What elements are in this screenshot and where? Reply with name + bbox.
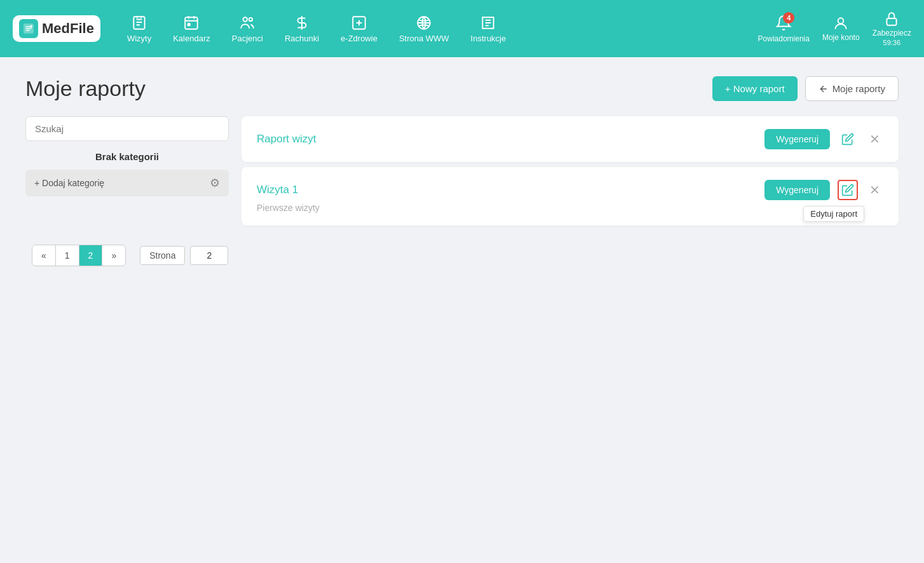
- delete-button-raport-wizyt[interactable]: ✕: [866, 130, 883, 148]
- svg-rect-3: [188, 24, 190, 25]
- svg-point-5: [249, 17, 252, 20]
- nav-item-pacjenci[interactable]: Pacjenci: [224, 11, 271, 46]
- notification-badge: 4: [783, 12, 794, 24]
- pagination-area: « 1 2 » Strona: [25, 245, 899, 266]
- nav-item-kalendarz[interactable]: Kalendarz: [165, 11, 218, 46]
- report-row: Wizyta 1 Wygeneruj Edytuj raport: [257, 180, 883, 200]
- page-label-input: Strona: [140, 246, 228, 265]
- category-label: Brak kategorii: [25, 151, 229, 162]
- logo[interactable]: MedFile: [13, 15, 100, 42]
- nav-items: Wizyty Kalendarz Pacjenci: [119, 11, 758, 46]
- report-card-raport-wizyt: Raport wizyt Wygeneruj ✕: [241, 116, 899, 162]
- logo-icon: [19, 19, 38, 38]
- page-number-input[interactable]: [190, 246, 228, 265]
- nav-item-powiadomienia[interactable]: 4 Powiadomienia: [758, 15, 810, 43]
- svg-rect-2: [186, 17, 198, 29]
- search-input[interactable]: [25, 116, 229, 141]
- navbar: MedFile Wizyty Kalendarz: [0, 0, 924, 57]
- nav-item-rachunki[interactable]: Rachunki: [277, 11, 327, 46]
- svg-rect-1: [133, 17, 144, 29]
- prev-page-button[interactable]: «: [32, 245, 56, 266]
- nav-item-ezdrowie[interactable]: e-Zdrowie: [333, 11, 385, 46]
- report-name[interactable]: Raport wizyt: [257, 133, 316, 146]
- edit-button-wizyta1[interactable]: [838, 180, 858, 200]
- page-2-button[interactable]: 2: [79, 245, 103, 266]
- edit-tooltip: Edytuj raport: [803, 206, 864, 222]
- nav-item-moje-konto[interactable]: Moje konto: [822, 15, 860, 42]
- nav-item-wizyty[interactable]: Wizyty: [119, 11, 159, 46]
- page-1-button[interactable]: 1: [56, 245, 79, 266]
- page-header: Moje raporty + Nowy raport Moje raporty: [25, 76, 899, 101]
- svg-rect-9: [887, 18, 897, 25]
- sidebar: Brak kategorii + Dodaj kategorię ⚙: [25, 116, 229, 226]
- reports-list: Raport wizyt Wygeneruj ✕ Wizyta 1: [241, 116, 899, 226]
- main-content: Moje raporty + Nowy raport Moje raporty …: [0, 57, 924, 285]
- page-nav: « 1 2 »: [32, 245, 126, 266]
- svg-point-8: [838, 18, 844, 24]
- report-actions: Wygeneruj ✕: [764, 129, 883, 149]
- nav-item-strona-www[interactable]: Strona WWW: [391, 11, 457, 46]
- add-category-button[interactable]: + Dodaj kategorię ⚙: [25, 170, 229, 196]
- edit-button-container: Edytuj raport: [838, 180, 858, 200]
- nav-item-instrukcje[interactable]: Instrukcje: [463, 11, 514, 46]
- gear-icon[interactable]: ⚙: [210, 176, 220, 190]
- report-card-wizyta-1: Wizyta 1 Wygeneruj Edytuj raport: [241, 167, 899, 226]
- generate-button-raport-wizyt[interactable]: Wygeneruj: [764, 129, 830, 149]
- delete-button-wizyta1[interactable]: ✕: [866, 181, 883, 199]
- report-actions-wizyta1: Wygeneruj Edytuj raport ✕: [764, 180, 883, 200]
- generate-button-wizyta1[interactable]: Wygeneruj: [764, 180, 830, 200]
- header-actions: + Nowy raport Moje raporty: [712, 76, 899, 101]
- content-area: Brak kategorii + Dodaj kategorię ⚙ Rapor…: [25, 116, 899, 226]
- svg-point-4: [243, 17, 248, 21]
- edit-button-raport-wizyt[interactable]: [838, 129, 858, 149]
- next-page-button[interactable]: »: [102, 245, 125, 266]
- page-label: Strona: [140, 246, 185, 265]
- logo-text: MedFile: [42, 20, 94, 37]
- report-name-wizyta1[interactable]: Wizyta 1: [257, 184, 298, 196]
- report-subtitle: Pierwsze wizyty: [257, 203, 320, 213]
- nav-item-zabezpiecz[interactable]: Zabezpiecz 59:36: [873, 11, 911, 46]
- page-title: Moje raporty: [25, 76, 146, 101]
- nav-right: 4 Powiadomienia Moje konto Zabezpiecz 59…: [758, 11, 911, 46]
- new-report-button[interactable]: + Nowy raport: [712, 76, 798, 101]
- my-reports-button[interactable]: Moje raporty: [805, 76, 899, 101]
